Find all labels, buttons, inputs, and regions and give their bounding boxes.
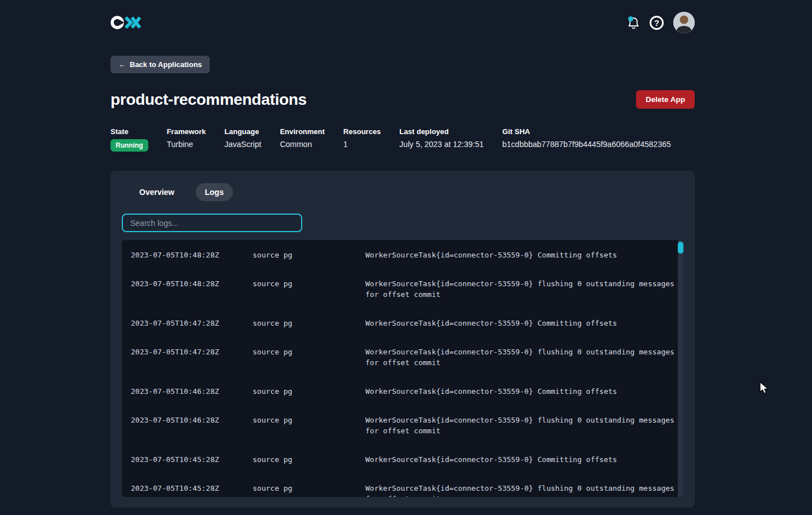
log-timestamp: 2023-07-05T10:46:28Z: [131, 415, 253, 436]
log-panel: 2023-07-05T10:48:28Zsource pgWorkerSourc…: [122, 240, 683, 497]
meta-value: JavaScript: [224, 140, 261, 149]
log-row: 2023-07-05T10:47:28Zsource pgWorkerSourc…: [131, 309, 674, 338]
delete-app-button[interactable]: Delete App: [636, 90, 695, 109]
log-timestamp: 2023-07-05T10:48:28Z: [131, 250, 253, 260]
user-avatar[interactable]: [673, 12, 695, 33]
log-timestamp: 2023-07-05T10:47:28Z: [131, 318, 253, 328]
log-source: source pg: [253, 250, 365, 260]
log-message: WorkerSourceTask{id=connector-53559-0} f…: [365, 278, 674, 300]
meroxa-logo-icon: [111, 14, 141, 31]
log-source: source pg: [253, 347, 365, 368]
log-row: 2023-07-05T10:46:28Zsource pgWorkerSourc…: [131, 406, 674, 445]
back-button-label: Back to Applications: [130, 60, 202, 69]
app-meta-row: StateRunningFrameworkTurbineLanguageJava…: [111, 127, 695, 152]
meta-value: 1: [343, 140, 381, 149]
tab-bar: OverviewLogs: [122, 183, 683, 201]
meta-label: Environment: [280, 127, 324, 136]
tab-logs[interactable]: Logs: [196, 183, 232, 201]
meta-label: Last deployed: [399, 127, 483, 136]
meta-item-resources: Resources1: [343, 127, 381, 152]
search-logs-input[interactable]: [122, 214, 302, 232]
meta-item-language: LanguageJavaScript: [224, 127, 261, 152]
page-container: ? ← Back to Applications product-recomme…: [111, 0, 695, 508]
log-message: WorkerSourceTask{id=connector-53559-0} f…: [365, 415, 674, 436]
notification-dot: [628, 16, 633, 21]
log-message: WorkerSourceTask{id=connector-53559-0} C…: [365, 386, 674, 397]
avatar-image: [673, 12, 695, 33]
bell-icon: [627, 16, 640, 29]
meta-label: Language: [224, 127, 261, 136]
log-timestamp: 2023-07-05T10:45:28Z: [131, 483, 253, 497]
meta-value: July 5, 2023 at 12:39:51: [399, 140, 483, 149]
log-timestamp: 2023-07-05T10:46:28Z: [131, 386, 253, 397]
log-rows: 2023-07-05T10:48:28Zsource pgWorkerSourc…: [122, 240, 683, 497]
log-message: WorkerSourceTask{id=connector-53559-0} f…: [365, 347, 674, 368]
meta-item-last-deployed: Last deployedJuly 5, 2023 at 12:39:51: [399, 127, 483, 152]
meta-label: Git SHA: [502, 127, 671, 136]
log-row: 2023-07-05T10:48:28Zsource pgWorkerSourc…: [131, 241, 674, 269]
app-detail-card: OverviewLogs 2023-07-05T10:48:28Zsource …: [111, 171, 695, 508]
mouse-cursor: [760, 381, 770, 395]
log-row: 2023-07-05T10:45:28Zsource pgWorkerSourc…: [131, 474, 674, 497]
notifications-button[interactable]: [627, 16, 640, 29]
log-message: WorkerSourceTask{id=connector-53559-0} C…: [365, 318, 674, 328]
top-bar: ?: [111, 0, 695, 33]
meta-item-framework: FrameworkTurbine: [167, 127, 206, 152]
meta-value: Common: [280, 140, 324, 149]
topbar-actions: ?: [627, 12, 695, 33]
log-row: 2023-07-05T10:47:28Zsource pgWorkerSourc…: [131, 338, 674, 377]
meta-label: Resources: [343, 127, 381, 136]
meta-label: Framework: [167, 127, 206, 136]
back-to-applications-button[interactable]: ← Back to Applications: [111, 56, 210, 73]
meta-value: b1cdbbbab77887b7f9b4445f9a6066a0f4582365: [502, 140, 671, 149]
help-button[interactable]: ?: [650, 16, 664, 30]
title-row: product-recommendations Delete App: [111, 90, 695, 109]
log-source: source pg: [253, 318, 365, 328]
log-message: WorkerSourceTask{id=connector-53559-0} f…: [365, 483, 674, 497]
status-badge: Running: [111, 139, 148, 152]
log-scrollbar-thumb[interactable]: [678, 242, 683, 254]
log-source: source pg: [253, 415, 365, 436]
log-source: source pg: [253, 386, 365, 397]
log-timestamp: 2023-07-05T10:47:28Z: [131, 347, 253, 368]
log-source: source pg: [253, 278, 365, 300]
log-search: [122, 214, 302, 232]
log-source: source pg: [253, 483, 365, 497]
back-arrow-icon: ←: [118, 60, 126, 69]
meta-item-state: StateRunning: [111, 127, 148, 152]
log-row: 2023-07-05T10:46:28Zsource pgWorkerSourc…: [131, 377, 674, 406]
meta-value: Turbine: [167, 140, 206, 149]
log-message: WorkerSourceTask{id=connector-53559-0} C…: [365, 454, 674, 465]
tab-overview[interactable]: Overview: [130, 183, 183, 201]
page-title: product-recommendations: [111, 91, 307, 109]
log-scrollbar-track[interactable]: [678, 240, 683, 497]
log-timestamp: 2023-07-05T10:48:28Z: [131, 278, 253, 300]
log-row: 2023-07-05T10:45:28Zsource pgWorkerSourc…: [131, 445, 674, 474]
log-message: WorkerSourceTask{id=connector-53559-0} C…: [365, 250, 674, 260]
meta-item-environment: EnvironmentCommon: [280, 127, 324, 152]
help-icon: ?: [650, 16, 664, 30]
meta-item-git-sha: Git SHAb1cdbbbab77887b7f9b4445f9a6066a0f…: [502, 127, 671, 152]
meroxa-logo[interactable]: [111, 14, 141, 31]
log-source: source pg: [253, 454, 365, 465]
meta-label: State: [111, 127, 148, 136]
log-row: 2023-07-05T10:48:28Zsource pgWorkerSourc…: [131, 269, 674, 309]
log-timestamp: 2023-07-05T10:45:28Z: [131, 454, 253, 465]
